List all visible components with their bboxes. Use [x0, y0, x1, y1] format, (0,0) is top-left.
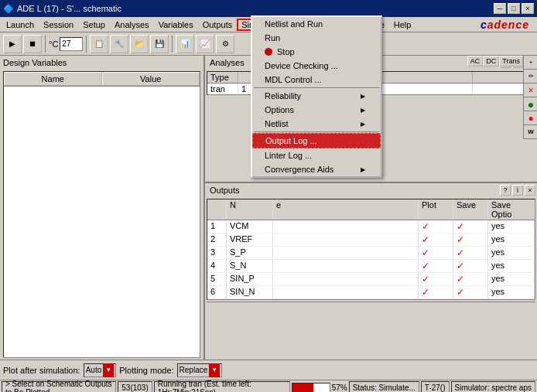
status-running: Running tran (Est. time left: 1Hr:7Min:2…: [154, 381, 290, 393]
mode-dropdown-arrow[interactable]: ▼: [209, 363, 220, 377]
menu-item-stop[interactable]: Stop: [252, 45, 381, 59]
sidebar-icon-3[interactable]: ×: [524, 84, 537, 97]
row-plot[interactable]: ✓: [419, 220, 453, 233]
sidebar-icon-w[interactable]: W: [524, 125, 537, 139]
row-save[interactable]: ✓: [453, 247, 488, 259]
outputs-area: Outputs ? i × N e Plot Save Save Optio: [205, 183, 537, 360]
row-save[interactable]: ✓: [453, 233, 488, 246]
outputs-col-plot: Plot: [419, 199, 453, 220]
row-plot[interactable]: ✓: [419, 286, 453, 298]
toolbar-btn-2[interactable]: ⏹: [23, 35, 42, 53]
row-saveoption: yes: [488, 286, 535, 298]
convergence-aids-label: Convergence Aids: [265, 165, 333, 174]
convergence-arrow: ▶: [361, 166, 365, 173]
outputs-help-btn[interactable]: ?: [500, 185, 511, 196]
options-arrow: ▶: [361, 107, 365, 114]
row-name: S_N: [227, 260, 273, 272]
table-row: 6 SIN_N ✓ ✓ yes: [207, 286, 535, 299]
mdl-control-label: MDL Control ...: [265, 75, 322, 84]
mode-select[interactable]: Replace ▼: [177, 363, 223, 377]
plot-dropdown-arrow[interactable]: ▼: [103, 363, 114, 377]
tab-dc[interactable]: DC: [483, 56, 499, 66]
plot-label: Plot after simulation:: [3, 366, 80, 375]
menu-variables[interactable]: Variables: [154, 19, 198, 31]
outputs-col-name: N: [227, 199, 273, 220]
toolbar-btn-8[interactable]: 📈: [196, 35, 214, 53]
menu-item-reliability[interactable]: Reliability ▶: [252, 89, 381, 103]
close-button[interactable]: ×: [522, 3, 534, 14]
menu-launch[interactable]: Launch: [2, 19, 39, 31]
toolbar-btn-7[interactable]: 📊: [176, 35, 194, 53]
analyses-title: Analyses: [207, 57, 248, 68]
row-save[interactable]: ✓: [453, 260, 488, 272]
status-message: > Select on Schematic Outputs to Be Plot…: [2, 381, 116, 393]
row-num: 1: [207, 220, 227, 233]
menu-session[interactable]: Session: [39, 19, 78, 31]
menu-item-linter-log[interactable]: Linter Log ...: [252, 148, 381, 162]
temperature-input[interactable]: [60, 37, 83, 51]
progress-fill: [292, 383, 313, 393]
maximize-button[interactable]: □: [508, 3, 520, 14]
row-num: 4: [207, 260, 227, 272]
menu-item-device-checking[interactable]: Device Checking ...: [252, 59, 381, 73]
status-bar: > Select on Schematic Outputs to Be Plot…: [0, 380, 537, 392]
toolbar-btn-1[interactable]: ▶: [3, 35, 22, 53]
sidebar-icon-1[interactable]: +: [524, 56, 537, 70]
row-e: [273, 233, 419, 246]
row-saveoption: yes: [488, 233, 535, 246]
tab-trans[interactable]: Trans: [499, 56, 523, 66]
outputs-info-btn[interactable]: i: [512, 185, 523, 196]
menu-item-convergence-aids[interactable]: Convergence Aids ▶: [252, 162, 381, 176]
row-save[interactable]: ✓: [453, 286, 488, 298]
row-e: [273, 220, 419, 233]
outputs-title: Outputs: [207, 185, 243, 196]
row-saveoption: yes: [488, 260, 535, 272]
tab-ac[interactable]: AC: [467, 56, 484, 66]
row-name: SIN_P: [227, 273, 273, 285]
row-save[interactable]: ✓: [453, 220, 488, 233]
design-variables-panel: Design Variables Name Value: [0, 56, 205, 360]
table-header: Name Value: [4, 72, 200, 87]
row-e: [273, 247, 419, 259]
outputs-close-btn[interactable]: ×: [525, 185, 535, 196]
row-plot[interactable]: ✓: [419, 247, 453, 259]
sidebar-icon-5[interactable]: ●: [524, 111, 537, 125]
menu-analyses[interactable]: Analyses: [110, 19, 154, 31]
row-plot[interactable]: ✓: [419, 233, 453, 246]
menu-setup[interactable]: Setup: [78, 19, 110, 31]
bottom-bar: Plot after simulation: Auto ▼ Plotting m…: [0, 360, 537, 380]
row-plot[interactable]: ✓: [419, 273, 453, 285]
menu-outputs[interactable]: Outputs: [198, 19, 238, 31]
menu-item-output-log[interactable]: Output Log ...: [252, 133, 381, 148]
h-scrollbar[interactable]: [207, 302, 535, 306]
menu-item-netlist[interactable]: Netlist ▶: [252, 117, 381, 131]
stop-label: Stop: [277, 47, 295, 56]
plot-value: Auto: [86, 366, 102, 374]
netlist-arrow: ▶: [361, 121, 365, 128]
minimize-button[interactable]: ─: [494, 3, 506, 14]
toolbar-btn-3[interactable]: 📋: [90, 35, 108, 53]
row-name: VREF: [227, 233, 273, 246]
toolbar-btn-5[interactable]: 📂: [130, 35, 149, 53]
menu-item-netlist-and-run[interactable]: Netlist and Run: [252, 17, 381, 31]
col-name: Name: [4, 72, 102, 86]
plot-select[interactable]: Auto ▼: [84, 363, 117, 377]
status-simulator: Simulator: spectre aps: [451, 381, 536, 393]
row-save[interactable]: ✓: [453, 273, 488, 285]
menu-help[interactable]: Help: [389, 19, 416, 31]
menu-item-options[interactable]: Options ▶: [252, 103, 381, 117]
sidebar-icon-2[interactable]: ✏: [524, 70, 537, 84]
menu-item-mdl-control[interactable]: MDL Control ...: [252, 73, 381, 87]
linter-log-label: Linter Log ...: [265, 151, 312, 160]
toolbar-btn-4[interactable]: 🔧: [110, 35, 128, 53]
toolbar-btn-6[interactable]: 💾: [150, 35, 169, 53]
row-e: [273, 273, 419, 285]
reliability-arrow: ▶: [361, 93, 365, 100]
toolbar-btn-9[interactable]: ⚙: [216, 35, 234, 53]
device-checking-label: Device Checking ...: [265, 61, 338, 70]
menu-item-run[interactable]: Run: [252, 31, 381, 45]
row-name: S_P: [227, 247, 273, 259]
netlist-run-label: Netlist and Run: [265, 19, 323, 29]
sidebar-icon-4[interactable]: ●: [524, 97, 537, 111]
row-plot[interactable]: ✓: [419, 260, 453, 272]
